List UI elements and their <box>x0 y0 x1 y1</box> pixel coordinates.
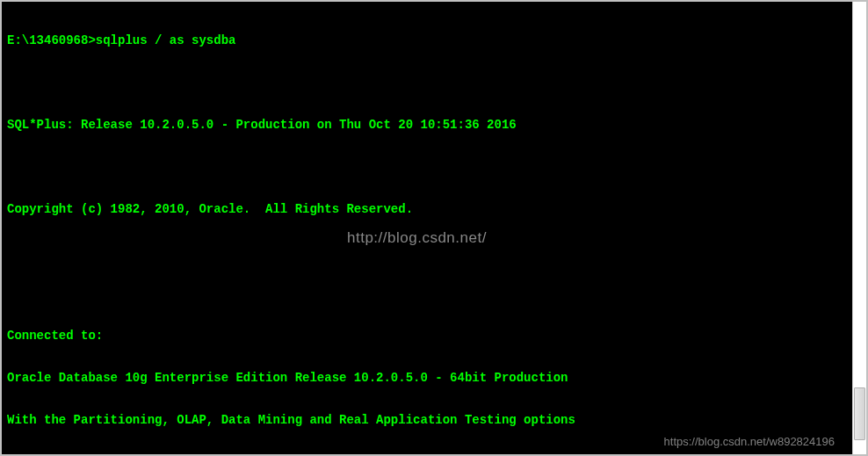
terminal-line <box>7 160 847 174</box>
terminal-line <box>7 286 847 300</box>
terminal-line: Copyright (c) 1982, 2010, Oracle. All Ri… <box>7 202 847 216</box>
terminal-window: E:\13460968>sqlplus / as sysdba SQL*Plus… <box>0 0 868 456</box>
terminal-line: Oracle Database 10g Enterprise Edition R… <box>7 371 847 385</box>
terminal-line: With the Partitioning, OLAP, Data Mining… <box>7 413 847 427</box>
terminal-line: SQL*Plus: Release 10.2.0.5.0 - Productio… <box>7 118 847 132</box>
scrollbar[interactable] <box>852 2 866 454</box>
watermark-center: http://blog.csdn.net/ <box>347 231 487 245</box>
terminal-line: E:\13460968>sqlplus / as sysdba <box>7 33 847 47</box>
scrollbar-thumb[interactable] <box>854 387 865 440</box>
scrollbar-track[interactable] <box>853 2 866 454</box>
terminal-content[interactable]: E:\13460968>sqlplus / as sysdba SQL*Plus… <box>2 2 852 454</box>
terminal-line <box>7 244 847 258</box>
terminal-line <box>7 76 847 90</box>
terminal-line: Connected to: <box>7 329 847 343</box>
watermark-bottom: https://blog.csdn.net/w892824196 <box>664 435 835 449</box>
